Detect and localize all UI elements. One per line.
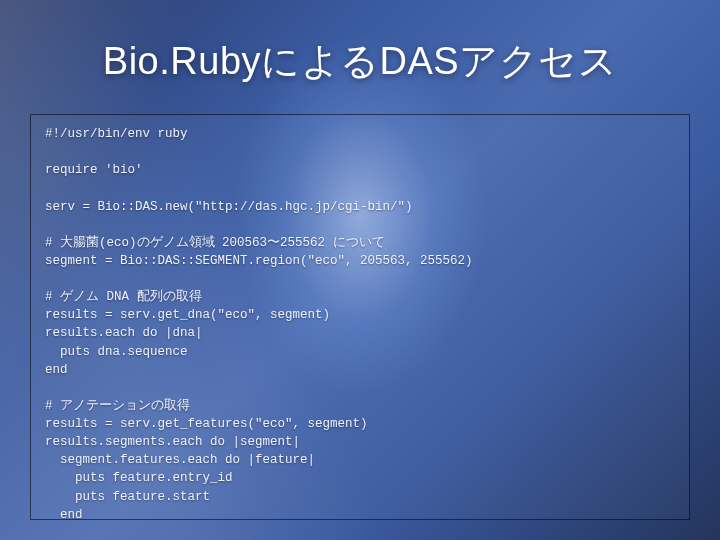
code-content: #!/usr/bin/env ruby require 'bio' serv =… bbox=[45, 125, 675, 520]
code-block: #!/usr/bin/env ruby require 'bio' serv =… bbox=[30, 114, 690, 520]
slide-title: Bio.RubyによるDASアクセス bbox=[0, 36, 720, 87]
slide: Bio.RubyによるDASアクセス #!/usr/bin/env ruby r… bbox=[0, 0, 720, 540]
